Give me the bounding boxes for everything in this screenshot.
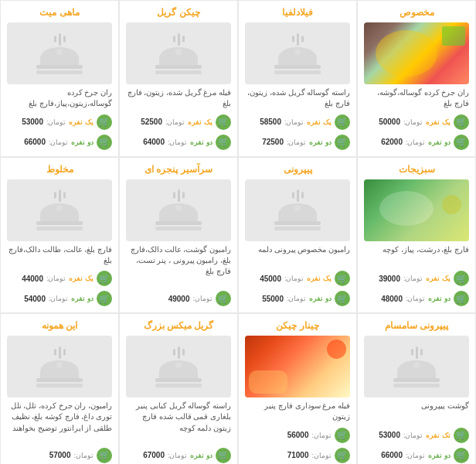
price-type-label: دو نفره (190, 138, 212, 146)
price-currency-label: تومان: (168, 452, 188, 459)
price-row-0: 🛒یک نفرهتومان:50000 (364, 114, 469, 130)
price-type-label: دو نفره (309, 138, 332, 146)
card-makhloote: مخلوط فارچ بلغ، عالت، طالت دالک،فارچ بلغ… (0, 157, 119, 314)
add-to-cart-button[interactable]: 🛒 (454, 114, 469, 130)
price-value: 56000 (287, 431, 309, 439)
price-currency-label: تومان: (46, 118, 66, 126)
add-to-cart-button[interactable]: 🛒 (216, 114, 231, 130)
card-image (245, 179, 350, 241)
price-currency-label: تومان: (73, 452, 94, 459)
add-to-cart-button[interactable]: 🛒 (335, 291, 350, 306)
card-title: سبزیجات (364, 164, 469, 175)
card-image (7, 336, 112, 397)
add-to-cart-button[interactable]: 🛒 (454, 448, 469, 463)
add-to-cart-button[interactable]: 🛒 (97, 271, 112, 286)
add-to-cart-button[interactable]: 🛒 (335, 271, 350, 286)
card-description: راسته گوساله گریل کبابی پنیر بلغاری قمی … (126, 401, 231, 443)
price-value: 55000 (262, 295, 284, 303)
add-to-cart-button[interactable]: 🛒 (335, 114, 350, 130)
card-title: ماهی میت (7, 7, 112, 18)
price-currency-label: تومان: (284, 118, 304, 126)
card-title: چیکن گریل (126, 7, 231, 18)
cart-icon: 🛒 (456, 430, 467, 440)
card-makhsoos: مخصوص ران جرخ کرده گوساله،گوشه، فارچ بلغ… (357, 0, 476, 157)
price-type-label: تک نفره (426, 432, 450, 439)
price-currency-label: تومان: (168, 138, 188, 146)
price-type-label: دو نفره (71, 295, 94, 302)
card-title: این همونه (7, 320, 112, 331)
add-to-cart-button[interactable]: 🛒 (454, 271, 469, 286)
card-chenar-chicken: چینار چیکن فیله مرغ سوداری فارچ پنیر زیت… (238, 313, 357, 464)
add-to-cart-button[interactable]: 🛒 (454, 428, 469, 443)
price-row-0: 🛒دو نفرهتومان:67000 (126, 448, 231, 463)
price-type-label: دو نفره (71, 138, 94, 146)
cart-icon: 🛒 (337, 294, 348, 304)
add-to-cart-button[interactable]: 🛒 (97, 448, 112, 463)
card-title: پیپرونی سامسام (364, 320, 469, 331)
add-to-cart-button[interactable]: 🛒 (454, 135, 469, 150)
card-image (7, 179, 112, 241)
price-currency-label: تومان: (311, 432, 332, 439)
card-image (245, 336, 350, 397)
price-value: 49000 (168, 295, 190, 303)
cart-icon: 🛒 (456, 450, 467, 460)
card-pepperoni: پیپرونی رامبون مخصوص پیرونی دلمه🛒یک نفره… (238, 157, 357, 314)
add-to-cart-button[interactable]: 🛒 (335, 448, 350, 463)
card-description: فیله مرغ سوداری فارچ پنیر زیتون (245, 401, 350, 423)
cart-icon: 🛒 (99, 117, 110, 127)
card-description: رامبون گوشت، عالت دالک،فارچ بلغ، رامبون … (126, 244, 231, 287)
card-chicken-grill: چیکن گریل فیله مرغ گریل شده، زیتون، فارچ… (119, 0, 238, 157)
price-row-1: 🛒تومان:71000 (245, 448, 350, 463)
card-philadelphia: فیلادلفیا راسته گوساله گریل شده، زیتون، … (238, 0, 357, 157)
product-grid: مخصوص ران جرخ کرده گوساله،گوشه، فارچ بلغ… (0, 0, 476, 464)
price-row-0: 🛒تومان:57000 (7, 448, 112, 463)
cart-icon: 🛒 (99, 450, 110, 460)
price-type-label: یک نفره (426, 118, 450, 126)
price-currency-label: تومان: (165, 118, 185, 126)
card-in-hameone: این همونه رامبون، ران جرخ کرده، تلل، نلل… (0, 313, 119, 464)
add-to-cart-button[interactable]: 🛒 (216, 135, 231, 150)
add-to-cart-button[interactable]: 🛒 (216, 291, 231, 306)
price-row-0: 🛒تک نفرهتومان:53000 (364, 428, 469, 443)
price-type-label: دو نفره (428, 452, 450, 459)
add-to-cart-button[interactable]: 🛒 (335, 428, 350, 443)
cart-icon: 🛒 (337, 137, 348, 147)
add-to-cart-button[interactable]: 🛒 (216, 448, 231, 463)
cart-icon: 🛒 (456, 117, 467, 127)
cart-icon: 🛒 (337, 450, 348, 460)
card-description: رامبون، ران جرخ کرده، تلل، نلل توری داغ،… (7, 401, 112, 443)
price-row-0: 🛒یک نفرهتومان:44000 (7, 271, 112, 286)
add-to-cart-button[interactable]: 🛒 (454, 291, 469, 306)
card-title: فیلادلفیا (245, 7, 350, 18)
price-row-1: 🛒دو نفرهتومان:54000 (7, 291, 112, 306)
price-row-0: 🛒یک نفرهتومان:52500 (126, 114, 231, 130)
price-value: 48000 (381, 295, 403, 303)
cart-icon: 🛒 (337, 430, 348, 440)
cart-icon: 🛒 (337, 274, 348, 284)
add-to-cart-button[interactable]: 🛒 (97, 114, 112, 130)
price-value: 72500 (262, 138, 284, 146)
price-value: 64000 (143, 138, 165, 146)
add-to-cart-button[interactable]: 🛒 (97, 135, 112, 150)
price-currency-label: تومان: (192, 295, 212, 302)
price-type-label: دو نفره (428, 138, 450, 146)
cart-icon: 🛒 (218, 294, 229, 304)
price-row-0: 🛒یک نفرهتومان:45000 (245, 271, 350, 286)
cart-icon: 🛒 (99, 137, 110, 147)
card-image (364, 22, 469, 84)
card-sraasir: سرآسیر پنجره ای رامبون گوشت، عالت دالک،ف… (119, 157, 238, 314)
price-currency-label: تومان: (49, 138, 69, 146)
card-title: مخلوط (7, 164, 112, 175)
card-pepperoni-samsam: پیپرونی سامسام گوشت پیپرونی🛒تک نفرهتومان… (357, 313, 476, 464)
price-row-0: 🛒تومان:49000 (126, 291, 231, 306)
add-to-cart-button[interactable]: 🛒 (335, 135, 350, 150)
price-type-label: یک نفره (188, 118, 212, 126)
price-value: 39000 (379, 275, 400, 283)
price-currency-label: تومان: (287, 295, 307, 302)
card-image (126, 22, 231, 84)
price-value: 58500 (260, 118, 281, 126)
card-sabzijat: سبزیجات فارچ بلغ، درشت، پیاز، کوچه🛒یک نف… (357, 157, 476, 314)
add-to-cart-button[interactable]: 🛒 (97, 291, 112, 306)
card-description: ران جرخ کرده گوساله،زیتون،پیاز،فارچ بلغ (7, 87, 112, 110)
price-currency-label: تومان: (46, 275, 66, 282)
